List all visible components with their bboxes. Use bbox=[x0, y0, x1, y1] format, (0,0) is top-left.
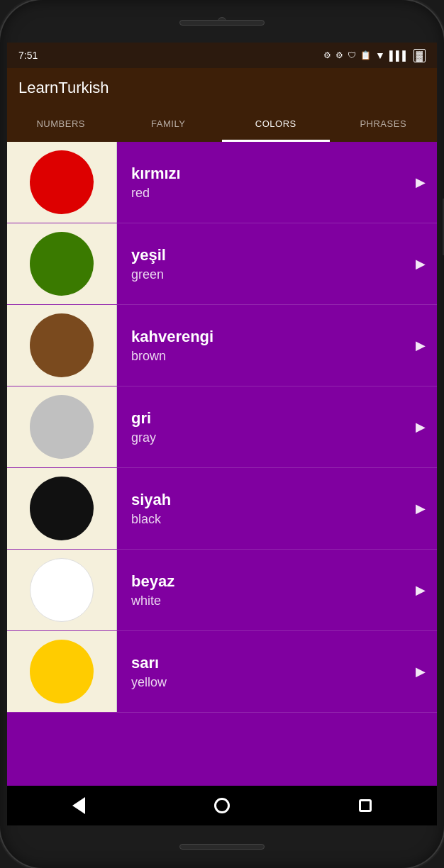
color-text-cell: kahverengibrown bbox=[117, 328, 416, 364]
status-time: 7:51 bbox=[18, 50, 38, 61]
color-turkish: gri bbox=[131, 409, 401, 428]
nav-bar bbox=[7, 786, 437, 825]
play-arrow-icon: ▶ bbox=[416, 664, 437, 679]
tab-colors[interactable]: COLORS bbox=[222, 108, 330, 142]
color-text-cell: sarıyellow bbox=[117, 654, 416, 690]
color-text-cell: kırmızıred bbox=[117, 165, 416, 201]
play-arrow-icon: ▶ bbox=[416, 256, 437, 272]
color-swatch-cell bbox=[7, 142, 117, 223]
tab-family[interactable]: FAMILY bbox=[115, 108, 223, 142]
play-arrow-icon: ▶ bbox=[416, 582, 437, 598]
color-swatch-cell bbox=[7, 223, 117, 304]
color-turkish: kahverengi bbox=[131, 328, 401, 346]
play-arrow-icon: ▶ bbox=[416, 501, 437, 516]
color-row[interactable]: kahverengibrown▶ bbox=[7, 305, 437, 386]
wifi-icon: ▼ bbox=[375, 50, 385, 61]
color-text-cell: yeşilgreen bbox=[117, 246, 416, 282]
color-english: red bbox=[131, 186, 401, 201]
back-button[interactable] bbox=[61, 788, 96, 823]
color-swatch-cell bbox=[7, 631, 117, 712]
color-english: gray bbox=[131, 430, 401, 445]
color-turkish: siyah bbox=[131, 491, 401, 509]
status-icons: ⚙ ⚙ 🛡 📋 ▼ ▌▌▌ ▓ bbox=[323, 49, 426, 62]
color-english: green bbox=[131, 267, 401, 282]
color-swatch-cell bbox=[7, 550, 117, 630]
clipboard-icon: 📋 bbox=[360, 50, 371, 60]
screen: 7:51 ⚙ ⚙ 🛡 📋 ▼ ▌▌▌ ▓ LearnTurkish NUMBER… bbox=[7, 43, 437, 825]
phone-bottom bbox=[0, 825, 444, 868]
color-text-cell: siyahblack bbox=[117, 491, 416, 527]
color-row[interactable]: sarıyellow▶ bbox=[7, 631, 437, 713]
color-turkish: kırmızı bbox=[131, 165, 401, 183]
color-circle bbox=[30, 232, 94, 296]
play-arrow-icon: ▶ bbox=[416, 174, 437, 190]
color-row[interactable]: yeşilgreen▶ bbox=[7, 223, 437, 305]
color-turkish: beyaz bbox=[131, 572, 401, 591]
shield-icon: 🛡 bbox=[348, 50, 356, 60]
color-row[interactable]: siyahblack▶ bbox=[7, 468, 437, 550]
recent-icon bbox=[359, 799, 372, 812]
speaker bbox=[179, 20, 265, 26]
app-title: LearnTurkish bbox=[18, 79, 109, 97]
color-row[interactable]: kırmızıred▶ bbox=[7, 142, 437, 223]
content: kırmızıred▶yeşilgreen▶kahverengibrown▶gr… bbox=[7, 142, 437, 786]
phone-top bbox=[0, 0, 444, 43]
settings2-icon: ⚙ bbox=[335, 50, 343, 60]
app-bar: LearnTurkish bbox=[7, 68, 437, 108]
tab-bar[interactable]: NUMBERS FAMILY COLORS PHRASES bbox=[7, 108, 437, 142]
settings-icon: ⚙ bbox=[323, 50, 331, 60]
color-english: white bbox=[131, 594, 401, 608]
battery-icon: ▓ bbox=[414, 49, 426, 62]
color-row[interactable]: grigray▶ bbox=[7, 386, 437, 468]
color-circle bbox=[30, 395, 94, 459]
home-icon bbox=[214, 798, 230, 813]
color-circle bbox=[30, 477, 94, 540]
color-text-cell: grigray bbox=[117, 409, 416, 445]
color-row[interactable]: beyazwhite▶ bbox=[7, 550, 437, 631]
tab-phrases[interactable]: PHRASES bbox=[330, 108, 438, 142]
tab-numbers[interactable]: NUMBERS bbox=[7, 108, 115, 142]
color-circle bbox=[30, 313, 94, 377]
color-swatch-cell bbox=[7, 468, 117, 549]
color-turkish: yeşil bbox=[131, 246, 401, 265]
bottom-speaker bbox=[179, 844, 265, 850]
color-english: yellow bbox=[131, 675, 401, 690]
color-english: black bbox=[131, 512, 401, 527]
play-arrow-icon: ▶ bbox=[416, 419, 437, 435]
back-icon bbox=[72, 797, 85, 814]
color-swatch-cell bbox=[7, 305, 117, 386]
color-circle bbox=[30, 150, 94, 214]
color-circle bbox=[30, 558, 94, 622]
phone-frame: 7:51 ⚙ ⚙ 🛡 📋 ▼ ▌▌▌ ▓ LearnTurkish NUMBER… bbox=[0, 0, 444, 868]
color-circle bbox=[30, 640, 94, 703]
home-button[interactable] bbox=[204, 788, 240, 823]
color-swatch-cell bbox=[7, 386, 117, 467]
play-arrow-icon: ▶ bbox=[416, 338, 437, 353]
signal-icon: ▌▌▌ bbox=[389, 50, 409, 61]
recent-button[interactable] bbox=[348, 788, 383, 823]
color-turkish: sarı bbox=[131, 654, 401, 672]
color-english: brown bbox=[131, 349, 401, 364]
color-text-cell: beyazwhite bbox=[117, 572, 416, 608]
color-list: kırmızıred▶yeşilgreen▶kahverengibrown▶gr… bbox=[7, 142, 437, 786]
status-bar: 7:51 ⚙ ⚙ 🛡 📋 ▼ ▌▌▌ ▓ bbox=[7, 43, 437, 68]
